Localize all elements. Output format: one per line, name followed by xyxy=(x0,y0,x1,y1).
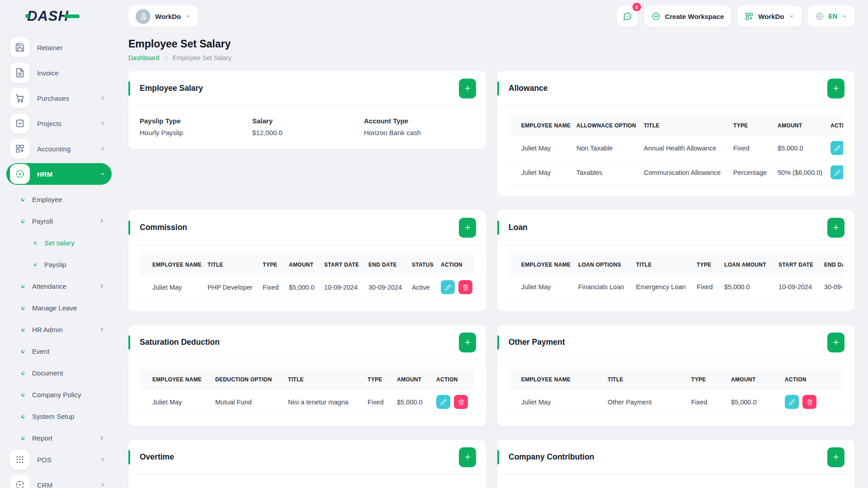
language-code: EN xyxy=(829,13,837,20)
plus-icon xyxy=(833,224,840,231)
add-saturation-deduction-button[interactable] xyxy=(459,333,476,352)
edit-button[interactable] xyxy=(830,141,843,155)
edit-button[interactable] xyxy=(436,395,450,409)
allowance-card: Allowance Employee NameAllownace OptionT… xyxy=(497,71,854,197)
sidebar: DASH RetainerInvoicePurchasesProjectsAcc… xyxy=(0,0,115,488)
messages-button[interactable]: 0 xyxy=(617,6,638,27)
column-header: End Date xyxy=(368,254,412,275)
column-header: Type xyxy=(368,369,397,390)
sidebar-item-set-salary[interactable]: Set salary xyxy=(6,232,112,253)
delete-button[interactable] xyxy=(802,395,816,409)
breadcrumb-dashboard-link[interactable]: Dashboard xyxy=(128,54,160,61)
field-value: $12,000.0 xyxy=(252,129,364,136)
column-header: Action xyxy=(441,254,475,275)
brand-logo[interactable]: DASH xyxy=(6,0,112,33)
add-other-payment-button[interactable] xyxy=(827,333,844,352)
workspace-switcher[interactable]: WorkDo xyxy=(128,6,198,27)
add-commission-button[interactable] xyxy=(459,218,476,238)
table-cell: Mutual Fund xyxy=(215,390,288,414)
bullet-circle-icon xyxy=(21,305,26,310)
chevron-down-icon xyxy=(789,14,794,19)
edit-button[interactable] xyxy=(785,395,799,409)
column-header: Employee Name xyxy=(140,254,208,275)
sidebar-item-attendance[interactable]: Attendance xyxy=(6,275,112,297)
chevron-right-icon xyxy=(99,435,104,441)
column-header: Amount xyxy=(731,369,785,390)
column-header: Title xyxy=(608,369,691,390)
column-header: Employee Name xyxy=(509,115,576,136)
commission-card: Commission Employee NameTitleTypeAmountS… xyxy=(128,210,486,311)
sidebar-item-invoice[interactable]: Invoice xyxy=(6,62,112,84)
sidebar-item-accounting[interactable]: Accounting xyxy=(6,138,112,160)
sidebar-item-system-setup[interactable]: System Setup xyxy=(6,405,112,427)
chevron-right-icon xyxy=(100,95,105,101)
table-cell: Juliet May xyxy=(140,390,215,414)
sidebar-item-employee[interactable]: Employee xyxy=(6,188,112,210)
chevron-right-icon xyxy=(99,327,104,332)
salary-field: Salary $12,000.0 xyxy=(252,117,364,136)
chevron-down-icon xyxy=(842,14,847,19)
logo-text: DASH xyxy=(27,8,69,24)
sidebar-item-projects[interactable]: Projects xyxy=(6,113,112,134)
sidebar-item-payslip[interactable]: Payslip xyxy=(6,253,112,275)
plus-icon xyxy=(464,454,471,460)
sidebar-item-label: System Setup xyxy=(32,413,74,420)
actions-cell xyxy=(441,275,475,300)
sidebar-item-retainer[interactable]: Retainer xyxy=(6,37,112,58)
create-workspace-button[interactable]: Create Workspace xyxy=(644,6,731,27)
workspace-name: WorkDo xyxy=(155,13,181,20)
sidebar-item-document[interactable]: Document xyxy=(6,362,112,384)
sidebar-item-label: Invoice xyxy=(37,69,59,77)
table-cell: $5,000.0 xyxy=(724,275,778,299)
sidebar-item-pos[interactable]: POS xyxy=(6,449,112,470)
projects-icon xyxy=(10,113,30,133)
add-company-contribution-button[interactable] xyxy=(827,447,844,467)
add-overtime-button[interactable] xyxy=(459,447,476,467)
grid-plus-icon xyxy=(745,12,754,21)
delete-button[interactable] xyxy=(454,395,468,409)
sidebar-item-company-policy[interactable]: Company Policy xyxy=(6,384,112,405)
edit-button[interactable] xyxy=(830,165,843,179)
table-cell: 30-09-2024 xyxy=(368,275,412,300)
sidebar-item-manage-leave[interactable]: Manage Leave xyxy=(6,297,112,319)
table-cell: Fixed xyxy=(697,275,724,299)
sidebar-item-purchases[interactable]: Purchases xyxy=(6,87,112,109)
table-cell: Percentage xyxy=(733,160,778,185)
saturation-deduction-card: Saturation Deduction Employee NameDeduct… xyxy=(128,325,486,426)
field-label: Salary xyxy=(252,117,364,125)
delete-button[interactable] xyxy=(458,280,472,294)
chevron-right-icon xyxy=(100,121,105,126)
sidebar-item-payroll[interactable]: Payroll xyxy=(6,210,112,232)
sidebar-item-event[interactable]: Event xyxy=(6,340,112,362)
edit-button[interactable] xyxy=(441,280,455,294)
sidebar-item-hrm[interactable]: HRM xyxy=(6,163,112,185)
add-loan-button[interactable] xyxy=(827,218,844,238)
column-header: Action xyxy=(830,115,843,136)
company-menu[interactable]: WorkDo xyxy=(737,6,801,27)
topbar: WorkDo 0 Create Workspace WorkDo xyxy=(128,0,854,33)
table-cell: $5,000.0 xyxy=(289,275,324,300)
table-cell: Juliet May xyxy=(140,275,208,300)
column-header: Title xyxy=(644,115,733,136)
table-cell: PHP Developer xyxy=(208,275,263,300)
add-allowance-button[interactable] xyxy=(827,79,844,99)
table-cell: 10-09-2024 xyxy=(778,275,824,299)
card-title: Overtime xyxy=(140,452,174,462)
chevron-right-icon xyxy=(99,218,104,224)
language-selector[interactable]: EN xyxy=(808,6,854,27)
plus-circle-icon xyxy=(651,12,660,21)
plus-icon xyxy=(833,339,840,346)
table-cell: $5,000.0 xyxy=(397,390,436,414)
card-title: Allowance xyxy=(509,84,548,93)
column-header: Start Date xyxy=(778,254,824,275)
column-header: Title xyxy=(208,254,263,275)
sidebar-item-hr-admin[interactable]: HR Admin xyxy=(6,319,112,340)
sidebar-item-report[interactable]: Report xyxy=(6,427,112,449)
table-cell: Fixed xyxy=(368,390,397,414)
overtime-card: Overtime xyxy=(128,440,486,488)
sidebar-item-crm[interactable]: CRM xyxy=(6,474,112,488)
table-cell: Taxables xyxy=(576,160,644,185)
actions-cell xyxy=(436,390,475,414)
add-employee-salary-button[interactable] xyxy=(459,79,476,99)
invoice-icon xyxy=(10,63,30,83)
